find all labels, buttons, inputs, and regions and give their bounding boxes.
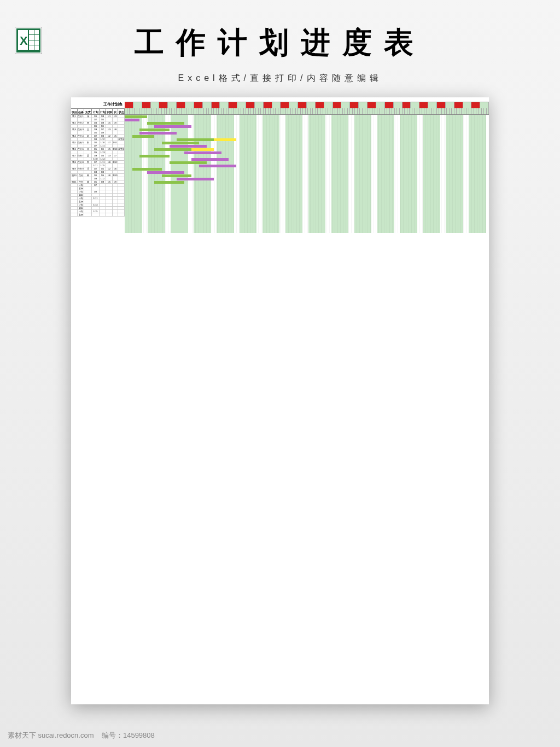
cell [71, 187, 78, 190]
cell [113, 157, 118, 160]
cell: 1/15 [100, 164, 106, 167]
watermark-id-label: 编号： [102, 731, 123, 739]
cell: 实际 [78, 200, 84, 203]
cell [71, 184, 78, 186]
cell: 褚 [84, 180, 92, 183]
cell: 1/6 [92, 141, 100, 144]
cell: 1/8 [100, 121, 106, 124]
cell: 1/14 [100, 157, 106, 160]
document-preview: 工作计划表 项目 任务 负责人 计划开始 计划结束 实际开始 实际结束 状态 项… [71, 97, 489, 704]
cell [106, 194, 113, 196]
cell [118, 164, 125, 167]
gantt-bar-actual [154, 125, 191, 128]
cell [113, 131, 118, 134]
cell: 任务3 [78, 128, 84, 131]
cell: 项8 [71, 161, 78, 164]
cell [106, 171, 113, 173]
cell: 1/6 [106, 174, 113, 177]
gantt-bar-plan [132, 168, 162, 171]
gantt-week-header [125, 102, 489, 108]
cell [106, 157, 113, 160]
gantt-bar-actual [170, 145, 207, 148]
cell [118, 210, 125, 213]
cell [106, 213, 113, 216]
gantt-day-header [125, 108, 489, 115]
cell [84, 171, 92, 173]
cell: 任务1 [78, 115, 84, 118]
cell [118, 200, 125, 203]
gantt-body [125, 115, 489, 233]
cell: 任务 [78, 174, 84, 177]
cell [106, 187, 113, 190]
cell [100, 203, 106, 206]
cell [106, 164, 113, 167]
cell: 1/3 [106, 154, 113, 157]
cell: 1/5 [106, 180, 113, 183]
cell [84, 177, 92, 180]
gantt-grid [125, 115, 489, 233]
cell: 1/5 [113, 135, 118, 137]
cell [71, 164, 78, 167]
watermark-site: 素材天下 sucai.redocn.com [8, 731, 94, 739]
cell: 1/6 [113, 167, 118, 170]
cell [71, 207, 78, 209]
column-header-row: 项目 任务 负责人 计划开始 计划结束 实际开始 实际结束 状态 [71, 108, 125, 115]
cell: 1/6 [100, 154, 106, 157]
gantt-bar-plan [170, 161, 207, 164]
cell: 1/7 [106, 141, 113, 144]
cell: 计划 [78, 203, 84, 206]
table-row: 实际 [71, 213, 125, 217]
cell: 1/9 [92, 151, 100, 154]
cell [71, 203, 78, 206]
cell [84, 118, 92, 121]
cell: 实际 [78, 194, 84, 196]
cell [84, 138, 92, 141]
cell [106, 184, 113, 186]
cell [106, 118, 113, 121]
cell: 周 [84, 148, 92, 150]
cell [113, 207, 118, 209]
cell: 1/5 [92, 180, 100, 183]
cell: 吴 [84, 154, 92, 157]
cell [118, 131, 125, 134]
cell: 未完成 [118, 148, 125, 150]
cell: 计划 [78, 210, 84, 213]
cell [113, 138, 118, 141]
cell [84, 210, 92, 213]
cell: 1/9 [100, 174, 106, 177]
cell: 1/8 [100, 171, 106, 173]
cell [118, 213, 125, 216]
spreadsheet: 工作计划表 项目 任务 负责人 计划开始 计划结束 实际开始 实际结束 状态 项… [71, 102, 489, 233]
cell [84, 184, 92, 186]
cell [118, 135, 125, 137]
cell [92, 194, 100, 196]
cell: 1/13 [100, 151, 106, 154]
cell [84, 213, 92, 216]
cell: 陈 [84, 174, 92, 177]
cell [71, 171, 78, 173]
gantt-bar-plan [162, 142, 199, 144]
cell [92, 213, 100, 216]
cell [106, 144, 113, 147]
cell [118, 125, 125, 127]
cell [84, 187, 92, 190]
cell [106, 197, 113, 200]
cell: 1/10 [113, 148, 118, 150]
cell [78, 138, 84, 141]
cell [100, 213, 106, 216]
cell [118, 207, 125, 209]
gantt-bar-actual [139, 132, 177, 135]
cell: 1/9 [100, 131, 106, 134]
col-plan-start: 计划开始 [92, 109, 100, 114]
cell: 实际 [78, 187, 84, 190]
cell [84, 151, 92, 154]
cell: 1/11 [92, 197, 100, 200]
cell [118, 194, 125, 196]
cell [106, 125, 113, 127]
cell: 实际 [78, 207, 84, 209]
cell [113, 171, 118, 173]
cell [71, 210, 78, 213]
cell [84, 200, 92, 203]
cell [113, 194, 118, 196]
gantt-bar-actual [199, 165, 236, 167]
